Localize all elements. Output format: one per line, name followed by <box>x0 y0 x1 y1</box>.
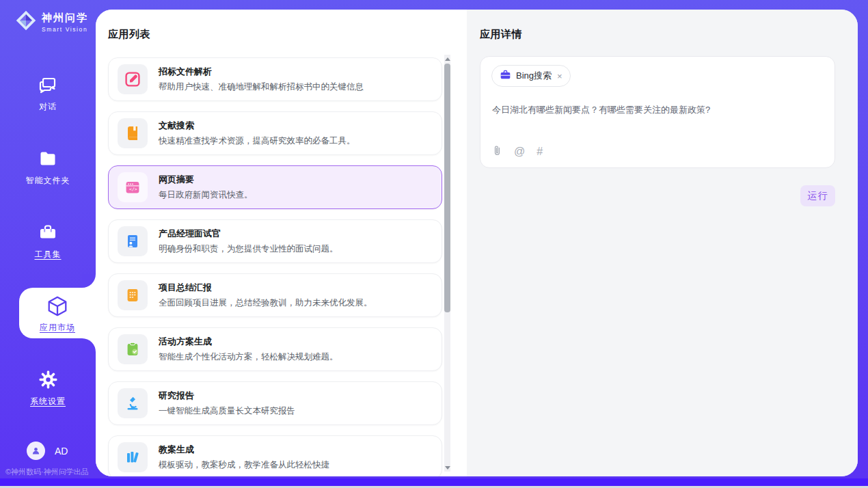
tab-fillet-bottom <box>82 338 96 352</box>
scroll-down-arrow[interactable] <box>444 463 450 472</box>
app-card-event-plan[interactable]: 活动方案生成 智能生成个性化活动方案，轻松解决规划难题。 <box>108 327 442 371</box>
copyright-text: ©神州数码·神州问学出品 <box>5 467 89 477</box>
app-detail-title: 应用详情 <box>480 28 522 41</box>
brand-subtitle: Smart Vision <box>42 26 88 33</box>
app-card-desc: 模板驱动，教案秒成，教学准备从此轻松快捷 <box>159 459 329 471</box>
app-card-bid-parsing[interactable]: 招标文件解析 帮助用户快速、准确地理解和解析招标书中的关键信息 <box>108 57 442 101</box>
app-card-title: 产品经理面试官 <box>159 228 338 240</box>
app-card-desc: 一键智能生成高质量长文本研究报告 <box>159 405 295 417</box>
tool-chip-label: Bing搜索 <box>516 70 552 82</box>
app-list-title: 应用列表 <box>108 28 150 41</box>
user-name: AD <box>55 446 68 457</box>
app-card-desc: 每日政府新闻资讯快查。 <box>159 189 253 201</box>
app-card-lesson-plan[interactable]: 教案生成 模板驱动，教案秒成，教学准备从此轻松快捷 <box>108 435 442 476</box>
main-content: 应用列表 招标文件解析 帮助用户快速、准确地理解和解析招标书中的关键信息 <box>96 10 858 476</box>
user-row[interactable]: AD <box>27 442 68 460</box>
toolbox-icon <box>38 232 57 244</box>
sidebar: 神州问学 Smart Vision 对话 智能文件夹 <box>0 0 96 488</box>
hash-icon[interactable]: # <box>537 146 543 157</box>
gear-icon <box>39 379 57 391</box>
app-card-desc: 全面回顾项目进展，总结经验教训，助力未来优化发展。 <box>159 297 372 309</box>
avatar <box>27 442 45 460</box>
app-card-pm-interviewer[interactable]: 产品经理面试官 明确身份和职责，为您提供专业性的面试问题。 <box>108 219 442 263</box>
prompt-input[interactable]: 今日湖北有哪些新闻要点？有哪些需要关注的最新政策? <box>492 103 820 117</box>
app-card-desc: 快速精准查找学术资源，提高研究效率的必备工具。 <box>159 135 355 147</box>
bottom-accent-bar <box>0 478 868 486</box>
book-icon <box>118 118 148 148</box>
app-list-panel: 应用列表 招标文件解析 帮助用户快速、准确地理解和解析招标书中的关键信息 <box>96 10 467 476</box>
app-card-web-summary[interactable]: </> 网页摘要 每日政府新闻资讯快查。 <box>108 165 442 209</box>
at-icon[interactable]: @ <box>514 146 525 157</box>
interviewer-icon <box>118 226 148 256</box>
app-cards: 招标文件解析 帮助用户快速、准确地理解和解析招标书中的关键信息 文献搜索 快速精… <box>108 57 442 476</box>
app-card-research-report[interactable]: 研究报告 一键智能生成高质量长文本研究报告 <box>108 381 442 425</box>
webpage-icon: </> <box>118 172 148 202</box>
books-icon <box>118 442 148 472</box>
cube-icon <box>19 295 96 321</box>
app-detail-panel: 应用详情 Bing搜索 × 今日湖北有哪些新闻要点？有哪些需要关注的最新政策? <box>467 10 858 476</box>
close-icon[interactable]: × <box>557 71 562 81</box>
microscope-icon <box>118 388 148 418</box>
tool-chip-bing-search[interactable]: Bing搜索 × <box>491 65 571 87</box>
diamond-logo-icon <box>15 10 37 34</box>
edit-doc-icon <box>118 64 148 94</box>
sidebar-item-chat[interactable]: 对话 <box>0 75 96 113</box>
app-card-title: 文献搜索 <box>159 120 355 132</box>
app-card-literature-search[interactable]: 文献搜索 快速精准查找学术资源，提高研究效率的必备工具。 <box>108 111 442 155</box>
app-card-title: 教案生成 <box>159 444 329 456</box>
app-card-title: 研究报告 <box>159 390 295 402</box>
paperclip-icon[interactable] <box>492 145 502 159</box>
sidebar-item-label: 系统设置 <box>0 396 96 407</box>
scroll-up-arrow[interactable] <box>444 55 450 63</box>
app-card-project-summary[interactable]: 项目总结汇报 全面回顾项目进展，总结经验教训，助力未来优化发展。 <box>108 273 442 317</box>
app-card-desc: 明确身份和职责，为您提供专业性的面试问题。 <box>159 243 338 255</box>
run-button[interactable]: 运行 <box>800 185 835 206</box>
sidebar-item-label: 对话 <box>0 101 96 113</box>
briefcase-icon <box>500 69 511 83</box>
sidebar-item-app-market[interactable]: 应用市场 <box>19 288 96 338</box>
brand-name: 神州问学 <box>42 12 88 25</box>
sidebar-item-toolkit[interactable]: 工具集 <box>0 223 96 260</box>
app-card-title: 活动方案生成 <box>159 336 338 348</box>
report-icon <box>118 280 148 310</box>
scroll-thumb[interactable] <box>444 64 450 312</box>
app-card-desc: 帮助用户快速、准确地理解和解析招标书中的关键信息 <box>159 81 364 93</box>
sidebar-item-smart-folder[interactable]: 智能文件夹 <box>0 149 96 187</box>
sidebar-item-label: 工具集 <box>0 249 96 260</box>
folder-icon <box>38 159 57 170</box>
sidebar-item-label: 智能文件夹 <box>0 175 96 187</box>
app-card-title: 网页摘要 <box>159 174 253 186</box>
prompt-toolbar: @ # <box>492 145 543 159</box>
app-list-scrollbar[interactable] <box>444 55 450 472</box>
clipboard-check-icon <box>118 334 148 364</box>
sidebar-item-settings[interactable]: 系统设置 <box>0 370 96 407</box>
prompt-card: Bing搜索 × 今日湖北有哪些新闻要点？有哪些需要关注的最新政策? @ # <box>480 56 835 168</box>
brand-logo: 神州问学 Smart Vision <box>15 10 88 34</box>
app-card-title: 项目总结汇报 <box>159 282 372 294</box>
tab-fillet-top <box>82 274 96 288</box>
sidebar-item-label: 应用市场 <box>19 322 96 334</box>
app-card-title: 招标文件解析 <box>159 66 364 78</box>
app-card-desc: 智能生成个性化活动方案，轻松解决规划难题。 <box>159 351 338 363</box>
svg-text:</>: </> <box>129 187 137 192</box>
chat-icon <box>38 85 57 96</box>
